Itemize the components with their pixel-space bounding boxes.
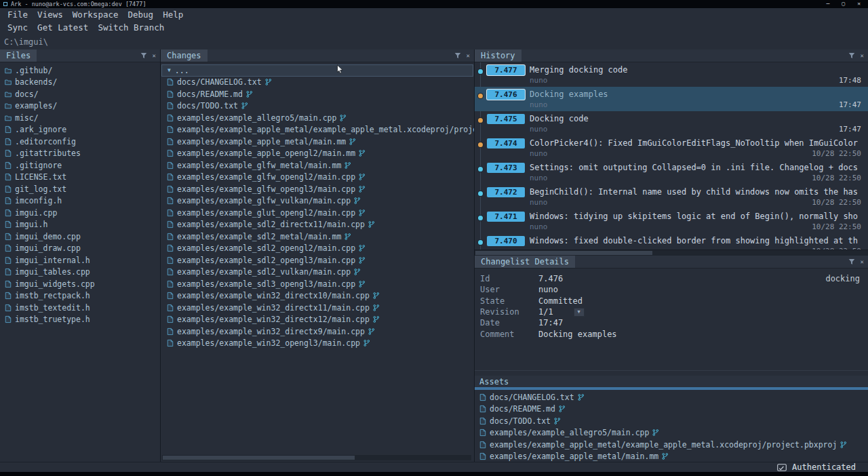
changed-file-row[interactable]: docs/README.md bbox=[161, 88, 474, 100]
menu-item[interactable]: Views bbox=[33, 9, 68, 20]
file-tree-item[interactable]: misc/ bbox=[0, 112, 160, 124]
minimize-icon[interactable]: ─ bbox=[827, 1, 830, 7]
document-icon bbox=[479, 405, 486, 413]
changed-file-row[interactable]: examples/example_sdl2_opengl2/main.cpp bbox=[161, 243, 474, 255]
changed-file-row[interactable]: examples/example_apple_metal/example_app… bbox=[161, 124, 474, 136]
asset-row[interactable]: docs/CHANGELOG.txt bbox=[475, 391, 868, 403]
changed-file-row[interactable]: docs/TODO.txt bbox=[161, 100, 474, 113]
filter-icon[interactable] bbox=[848, 258, 855, 265]
changed-file-row[interactable]: examples/example_win32_directx11/main.cp… bbox=[161, 302, 474, 314]
file-tree-item[interactable]: imgui.cpp bbox=[0, 207, 160, 219]
file-tree-item[interactable]: imstb_textedit.h bbox=[0, 302, 160, 314]
file-tree-item[interactable]: docs/ bbox=[0, 88, 160, 100]
file-name: .github/ bbox=[15, 66, 52, 75]
changed-file-row[interactable]: examples/example_allegro5/main.cpp bbox=[161, 112, 474, 124]
history-entry[interactable]: 7.477 Merging docking code nuno 17:48 bbox=[475, 62, 868, 87]
changed-file-row[interactable]: examples/example_glfw_metal/main.mm bbox=[161, 159, 474, 172]
menu-item[interactable]: File bbox=[3, 9, 33, 20]
file-tree-item[interactable]: .gitattributes bbox=[0, 148, 160, 160]
file-tree-item[interactable]: imgui.h bbox=[0, 219, 160, 231]
file-name: .gitignore bbox=[15, 161, 62, 170]
file-tree-item[interactable]: .gitignore bbox=[0, 159, 160, 172]
changed-file-row[interactable]: examples/example_sdl2_directx11/main.cpp bbox=[161, 219, 474, 231]
file-tree-item[interactable]: .editorconfig bbox=[0, 136, 160, 148]
changed-file-row[interactable]: examples/example_win32_directx9/main.cpp bbox=[161, 325, 474, 338]
changed-file-row[interactable]: examples/example_glfw_opengl2/main.cpp bbox=[161, 172, 474, 184]
changed-file-row[interactable]: examples/example_sdl3_opengl3/main.cpp bbox=[161, 278, 474, 290]
document-icon bbox=[167, 315, 174, 323]
toolbar-button[interactable]: Sync bbox=[3, 22, 33, 33]
history-entry[interactable]: 7.474 ColorPicker4(): Fixed ImGuiColorEd… bbox=[475, 136, 868, 160]
changed-file-row[interactable]: examples/example_apple_opengl2/main.mm bbox=[161, 148, 474, 160]
field-value: Docking examples bbox=[538, 330, 617, 339]
toolbar-button[interactable]: Switch Branch bbox=[93, 22, 169, 33]
file-tree-item[interactable]: imgui_draw.cpp bbox=[0, 243, 160, 255]
changed-file-path: examples/example_sdl2_metal/main.mm bbox=[177, 232, 341, 241]
history-entry[interactable]: 7.472 BeginChild(): Internal name used b… bbox=[475, 184, 868, 209]
file-tree-item[interactable]: .ark_ignore bbox=[0, 124, 160, 136]
changed-file-row[interactable]: examples/example_win32_directx12/main.cp… bbox=[161, 314, 474, 326]
file-tree-item[interactable]: imstb_rectpack.h bbox=[0, 290, 160, 302]
file-tree-item[interactable]: imstb_truetype.h bbox=[0, 314, 160, 326]
file-tree-item[interactable]: backends/ bbox=[0, 77, 160, 89]
filter-icon[interactable] bbox=[848, 52, 855, 59]
changed-file-row[interactable]: examples/example_sdl2_vulkan/main.cpp bbox=[161, 266, 474, 279]
close-panel-icon[interactable]: ✕ bbox=[861, 259, 864, 265]
history-entry[interactable]: 7.473 Settings: omit outputing Collapsed… bbox=[475, 160, 868, 184]
timeline-node-icon bbox=[478, 216, 483, 220]
menu-item[interactable]: Debug bbox=[123, 9, 158, 20]
document-icon bbox=[167, 138, 174, 146]
asset-row[interactable]: docs/README.md bbox=[475, 403, 868, 416]
expander-icon[interactable]: ▼ bbox=[167, 68, 171, 73]
changed-file-row[interactable]: examples/example_apple_metal/main.mm bbox=[161, 136, 474, 148]
close-panel-icon[interactable]: ✕ bbox=[861, 53, 864, 59]
filter-icon[interactable] bbox=[140, 52, 147, 59]
changes-root-row[interactable]: ▼ ... bbox=[161, 64, 473, 77]
close-icon[interactable]: ✕ bbox=[857, 1, 861, 7]
file-tree-item[interactable]: imgui_widgets.cpp bbox=[0, 278, 160, 290]
asset-row[interactable]: examples/example_apple_metal/main.mm bbox=[475, 451, 868, 462]
asset-row[interactable]: examples/example_allegro5/main.cpp bbox=[475, 427, 868, 439]
changed-file-row[interactable]: examples/example_sdl2_opengl3/main.cpp bbox=[161, 254, 474, 266]
history-entry[interactable]: 7.476 Docking examples nuno 17:47 bbox=[475, 87, 868, 111]
file-tree-item[interactable]: LICENSE.txt bbox=[0, 172, 160, 184]
file-name: imgui_widgets.cpp bbox=[15, 279, 95, 289]
asset-row[interactable]: docs/TODO.txt bbox=[475, 415, 868, 427]
changed-file-row[interactable]: examples/example_win32_directx10/main.cp… bbox=[161, 290, 474, 302]
history-entry[interactable]: 7.471 Windows: tidying up skipitems logi… bbox=[475, 209, 868, 233]
scrollbar-thumb[interactable] bbox=[163, 456, 355, 460]
history-horizontal-scrollbar[interactable] bbox=[475, 250, 868, 256]
file-tree-item[interactable]: imgui_tables.cpp bbox=[0, 266, 160, 279]
asset-path: examples/example_apple_metal/example_app… bbox=[490, 440, 837, 450]
commit-time: 17:47 bbox=[839, 125, 868, 134]
horizontal-scrollbar[interactable] bbox=[162, 455, 471, 460]
app-icon bbox=[3, 2, 7, 6]
close-panel-icon[interactable]: ✕ bbox=[467, 53, 470, 59]
commit-author: nuno bbox=[530, 125, 548, 134]
file-tree-item[interactable]: imconfig.h bbox=[0, 195, 160, 207]
window-controls: ─ ▢ ✕ bbox=[827, 1, 865, 7]
filter-icon[interactable] bbox=[454, 52, 461, 59]
file-tree-item[interactable]: imgui_internal.h bbox=[0, 254, 160, 266]
changed-file-row[interactable]: examples/example_glut_opengl2/main.cpp bbox=[161, 207, 474, 219]
changed-file-row[interactable]: examples/example_glfw_vulkan/main.cpp bbox=[161, 195, 474, 207]
entry-meta: nuno 10/28 22:50 bbox=[530, 198, 868, 207]
menu-item[interactable]: Workspace bbox=[68, 9, 123, 20]
toolbar-button[interactable]: Get Latest bbox=[33, 22, 93, 33]
history-entry[interactable]: 7.470 Windows: fixed double-clicked bord… bbox=[475, 233, 868, 250]
scrollbar-thumb[interactable] bbox=[475, 251, 652, 255]
history-entry[interactable]: 7.475 Docking code nuno 17:47 bbox=[475, 111, 868, 136]
file-tree-item[interactable]: examples/ bbox=[0, 100, 160, 113]
file-tree-item[interactable]: git_log.txt bbox=[0, 183, 160, 195]
changed-file-row[interactable]: examples/example_sdl2_metal/main.mm bbox=[161, 231, 474, 243]
close-panel-icon[interactable]: ✕ bbox=[153, 53, 156, 59]
asset-row[interactable]: examples/example_apple_metal/example_app… bbox=[475, 439, 868, 451]
revision-dropdown[interactable]: ▼ bbox=[574, 308, 585, 317]
menu-item[interactable]: Help bbox=[158, 9, 188, 20]
changed-file-row[interactable]: examples/example_glfw_opengl3/main.cpp bbox=[161, 183, 474, 195]
file-tree-item[interactable]: .github/ bbox=[0, 64, 160, 77]
changed-file-row[interactable]: docs/CHANGELOG.txt bbox=[161, 77, 474, 89]
file-tree-item[interactable]: imgui_demo.cpp bbox=[0, 231, 160, 243]
changed-file-row[interactable]: examples/example_win32_opengl3/main.cpp bbox=[161, 338, 474, 350]
maximize-icon[interactable]: ▢ bbox=[842, 1, 845, 7]
